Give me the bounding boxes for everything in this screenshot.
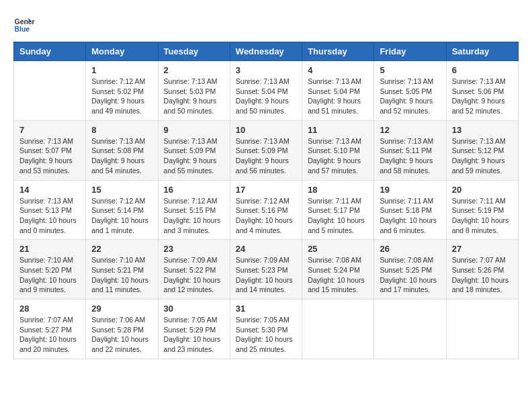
day-number: 27 (452, 244, 513, 254)
day-info: Sunrise: 7:12 AM Sunset: 5:02 PM Dayligh… (91, 77, 152, 116)
calendar-cell: 15Sunrise: 7:12 AM Sunset: 5:14 PM Dayli… (86, 180, 158, 240)
calendar-cell: 11Sunrise: 7:13 AM Sunset: 5:10 PM Dayli… (302, 120, 374, 180)
day-info: Sunrise: 7:09 AM Sunset: 5:22 PM Dayligh… (164, 255, 224, 295)
day-number: 23 (164, 244, 224, 254)
day-info: Sunrise: 7:10 AM Sunset: 5:20 PM Dayligh… (19, 255, 80, 295)
day-info: Sunrise: 7:11 AM Sunset: 5:19 PM Dayligh… (452, 196, 513, 236)
day-info: Sunrise: 7:13 AM Sunset: 5:12 PM Dayligh… (452, 136, 513, 176)
day-number: 18 (308, 185, 368, 195)
calendar-cell: 8Sunrise: 7:13 AM Sunset: 5:08 PM Daylig… (86, 120, 158, 180)
calendar-cell: 6Sunrise: 7:13 AM Sunset: 5:06 PM Daylig… (446, 61, 518, 121)
day-info: Sunrise: 7:08 AM Sunset: 5:24 PM Dayligh… (308, 255, 368, 295)
day-number: 19 (380, 185, 440, 195)
day-number: 8 (91, 125, 152, 135)
calendar-cell: 14Sunrise: 7:13 AM Sunset: 5:13 PM Dayli… (14, 180, 86, 240)
day-info: Sunrise: 7:09 AM Sunset: 5:23 PM Dayligh… (236, 255, 296, 295)
calendar-cell: 28Sunrise: 7:07 AM Sunset: 5:27 PM Dayli… (14, 300, 86, 359)
day-number: 2 (164, 65, 224, 75)
day-number: 6 (452, 65, 513, 75)
day-info: Sunrise: 7:07 AM Sunset: 5:26 PM Dayligh… (452, 255, 513, 295)
calendar-cell: 12Sunrise: 7:13 AM Sunset: 5:11 PM Dayli… (374, 120, 446, 180)
day-info: Sunrise: 7:05 AM Sunset: 5:29 PM Dayligh… (164, 315, 224, 355)
day-number: 5 (380, 65, 440, 75)
calendar-cell: 19Sunrise: 7:11 AM Sunset: 5:18 PM Dayli… (374, 180, 446, 240)
calendar-cell: 24Sunrise: 7:09 AM Sunset: 5:23 PM Dayli… (230, 240, 302, 300)
calendar-cell: 5Sunrise: 7:13 AM Sunset: 5:05 PM Daylig… (374, 61, 446, 121)
day-number: 1 (91, 65, 152, 75)
weekday-header: Saturday (446, 42, 518, 61)
day-info: Sunrise: 7:12 AM Sunset: 5:16 PM Dayligh… (236, 196, 296, 236)
day-number: 20 (452, 185, 513, 195)
day-number: 24 (236, 244, 296, 254)
calendar-cell: 9Sunrise: 7:13 AM Sunset: 5:09 PM Daylig… (158, 120, 230, 180)
svg-text:General: General (15, 18, 35, 26)
day-number: 15 (91, 185, 152, 195)
calendar-cell: 25Sunrise: 7:08 AM Sunset: 5:24 PM Dayli… (302, 240, 374, 300)
weekday-header: Sunday (14, 42, 86, 61)
day-info: Sunrise: 7:13 AM Sunset: 5:05 PM Dayligh… (380, 77, 440, 116)
day-number: 10 (236, 125, 296, 135)
calendar-week-row: 14Sunrise: 7:13 AM Sunset: 5:13 PM Dayli… (14, 180, 519, 240)
calendar-cell: 30Sunrise: 7:05 AM Sunset: 5:29 PM Dayli… (158, 300, 230, 359)
calendar-cell: 16Sunrise: 7:12 AM Sunset: 5:15 PM Dayli… (158, 180, 230, 240)
calendar-week-row: 21Sunrise: 7:10 AM Sunset: 5:20 PM Dayli… (14, 240, 519, 300)
day-info: Sunrise: 7:07 AM Sunset: 5:27 PM Dayligh… (19, 315, 80, 355)
day-number: 25 (308, 244, 368, 254)
day-info: Sunrise: 7:13 AM Sunset: 5:11 PM Dayligh… (380, 136, 440, 176)
calendar-cell (446, 300, 518, 359)
day-info: Sunrise: 7:13 AM Sunset: 5:04 PM Dayligh… (236, 77, 296, 116)
calendar-week-row: 7Sunrise: 7:13 AM Sunset: 5:07 PM Daylig… (14, 120, 519, 180)
weekday-header: Monday (86, 42, 158, 61)
weekday-header: Thursday (302, 42, 374, 61)
day-number: 14 (19, 185, 80, 195)
day-info: Sunrise: 7:13 AM Sunset: 5:10 PM Dayligh… (308, 136, 368, 176)
day-info: Sunrise: 7:13 AM Sunset: 5:09 PM Dayligh… (164, 136, 224, 176)
calendar-header-row: SundayMondayTuesdayWednesdayThursdayFrid… (14, 42, 519, 61)
calendar-week-row: 28Sunrise: 7:07 AM Sunset: 5:27 PM Dayli… (14, 300, 519, 359)
day-number: 28 (19, 304, 80, 314)
calendar-cell: 22Sunrise: 7:10 AM Sunset: 5:21 PM Dayli… (86, 240, 158, 300)
day-info: Sunrise: 7:11 AM Sunset: 5:18 PM Dayligh… (380, 196, 440, 236)
weekday-header: Friday (374, 42, 446, 61)
day-info: Sunrise: 7:08 AM Sunset: 5:25 PM Dayligh… (380, 255, 440, 295)
day-number: 21 (19, 244, 80, 254)
day-info: Sunrise: 7:05 AM Sunset: 5:30 PM Dayligh… (236, 315, 296, 355)
day-number: 22 (91, 244, 152, 254)
svg-text:Blue: Blue (15, 26, 30, 33)
calendar-cell (14, 61, 86, 121)
calendar-cell: 31Sunrise: 7:05 AM Sunset: 5:30 PM Dayli… (230, 300, 302, 359)
day-info: Sunrise: 7:13 AM Sunset: 5:06 PM Dayligh… (452, 77, 513, 116)
calendar-cell: 3Sunrise: 7:13 AM Sunset: 5:04 PM Daylig… (230, 61, 302, 121)
weekday-header: Wednesday (230, 42, 302, 61)
calendar-cell: 10Sunrise: 7:13 AM Sunset: 5:09 PM Dayli… (230, 120, 302, 180)
logo-icon: General Blue (13, 13, 35, 35)
day-number: 7 (19, 125, 80, 135)
day-info: Sunrise: 7:12 AM Sunset: 5:15 PM Dayligh… (164, 196, 224, 236)
calendar-cell: 27Sunrise: 7:07 AM Sunset: 5:26 PM Dayli… (446, 240, 518, 300)
calendar-cell: 20Sunrise: 7:11 AM Sunset: 5:19 PM Dayli… (446, 180, 518, 240)
calendar-week-row: 1Sunrise: 7:12 AM Sunset: 5:02 PM Daylig… (14, 61, 519, 121)
calendar-cell: 18Sunrise: 7:11 AM Sunset: 5:17 PM Dayli… (302, 180, 374, 240)
day-info: Sunrise: 7:13 AM Sunset: 5:03 PM Dayligh… (164, 77, 224, 116)
calendar-cell: 26Sunrise: 7:08 AM Sunset: 5:25 PM Dayli… (374, 240, 446, 300)
day-number: 30 (164, 304, 224, 314)
day-number: 13 (452, 125, 513, 135)
day-number: 3 (236, 65, 296, 75)
calendar-cell: 21Sunrise: 7:10 AM Sunset: 5:20 PM Dayli… (14, 240, 86, 300)
day-info: Sunrise: 7:12 AM Sunset: 5:14 PM Dayligh… (91, 196, 152, 236)
day-number: 31 (236, 304, 296, 314)
weekday-header: Tuesday (158, 42, 230, 61)
calendar-cell: 17Sunrise: 7:12 AM Sunset: 5:16 PM Dayli… (230, 180, 302, 240)
day-info: Sunrise: 7:13 AM Sunset: 5:08 PM Dayligh… (91, 136, 152, 176)
calendar-table: SundayMondayTuesdayWednesdayThursdayFrid… (13, 42, 519, 359)
day-number: 26 (380, 244, 440, 254)
day-number: 4 (308, 65, 368, 75)
calendar-body: 1Sunrise: 7:12 AM Sunset: 5:02 PM Daylig… (14, 61, 519, 359)
day-number: 12 (380, 125, 440, 135)
day-info: Sunrise: 7:13 AM Sunset: 5:07 PM Dayligh… (19, 136, 80, 176)
calendar-cell: 7Sunrise: 7:13 AM Sunset: 5:07 PM Daylig… (14, 120, 86, 180)
page-header: General Blue (13, 13, 519, 35)
calendar-cell: 4Sunrise: 7:13 AM Sunset: 5:04 PM Daylig… (302, 61, 374, 121)
logo: General Blue (13, 13, 35, 35)
calendar-cell: 23Sunrise: 7:09 AM Sunset: 5:22 PM Dayli… (158, 240, 230, 300)
